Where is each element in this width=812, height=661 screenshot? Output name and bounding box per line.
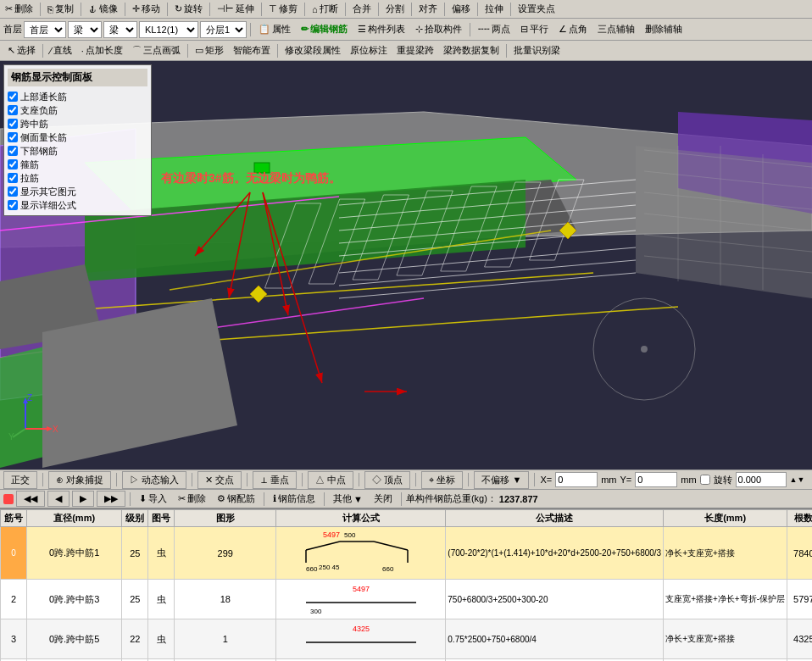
viewport[interactable]: 钢筋显示控制面板 上部通长筋 支座负筋 跨中筋 侧面量长筋 下部钢筋 箍筋 拉筋… xyxy=(0,61,812,469)
perp-icon: ⊥ xyxy=(260,475,268,485)
pick-component-btn[interactable]: ⊹ 拾取构件 xyxy=(411,21,466,37)
trim-btn[interactable]: ⊤ 修剪 xyxy=(265,2,301,16)
point-length-btn[interactable]: · 点加长度 xyxy=(77,42,127,58)
copy-btn[interactable]: ⎘ 复制 xyxy=(44,2,77,16)
rebar-table[interactable]: 筋号 直径(mm) 级别 图号 图形 计算公式 公式描述 长度(mm) 根数 搭… xyxy=(0,508,812,661)
rotate-btn[interactable]: ↻ 旋转 xyxy=(171,2,206,16)
check-detail-formula: 显示详细公式 xyxy=(8,198,147,212)
ortho-mode-btn[interactable]: 正交 xyxy=(3,471,37,489)
other-btn[interactable]: 其他 ▼ xyxy=(329,491,367,507)
edit-rebar-btn[interactable]: ✏ 编辑钢筋 xyxy=(297,21,352,37)
rect-btn[interactable]: ▭ 矩形 xyxy=(191,42,228,58)
sep-r2 xyxy=(250,23,251,36)
cell-shape: 5497 660 500 660 250 45 xyxy=(276,527,446,580)
pick-icon: ⊹ xyxy=(415,24,423,35)
modify-beam-btn[interactable]: 修改梁段属性 xyxy=(281,42,345,58)
x-label: X= xyxy=(540,475,552,485)
rotate-input[interactable] xyxy=(736,472,787,487)
sep6 xyxy=(261,3,262,16)
rotate-icon: ↻ xyxy=(175,3,182,14)
check-midspan: 跨中筋 xyxy=(8,117,147,131)
angle-btn[interactable]: ∠ 点角 xyxy=(554,21,592,37)
copy-span-data-btn[interactable]: 梁跨数据复制 xyxy=(439,42,503,58)
table-row[interactable]: 0 0跨.跨中筋1 25 虫 299 5497 xyxy=(1,527,813,580)
align-btn[interactable]: 对齐 xyxy=(415,2,441,16)
merge-btn[interactable]: 合并 xyxy=(349,2,375,16)
delete-btn[interactable]: ✂ 删除 xyxy=(2,2,36,16)
close-btn[interactable]: 关闭 xyxy=(370,491,397,507)
annotation-text: 有边梁时3#筋。无边梁时为鸭筋。 xyxy=(161,171,341,186)
stretch-btn[interactable]: 拉伸 xyxy=(481,2,507,16)
layer-select[interactable]: 首层 xyxy=(24,21,66,38)
sep9 xyxy=(378,3,379,16)
cell-id: 0 xyxy=(1,527,27,580)
check-support-neg: 支座负筋 xyxy=(8,103,147,117)
check-other-elements: 显示其它图元 xyxy=(8,185,147,198)
table-row[interactable]: 3 0跨.跨中筋5 22 虫 1 4325 0.75*2500+750+6800… xyxy=(1,619,813,659)
perpendicular-btn[interactable]: ⊥ 垂点 xyxy=(253,471,297,489)
vertex-icon: ◇ xyxy=(372,475,381,485)
dynamic-input-btn[interactable]: ▷ 动态输入 xyxy=(122,471,186,489)
status-bar: 正交 ⊕ 对象捕捉 ▷ 动态输入 ✕ 交点 ⊥ 垂点 △ 中点 ◇ 顶点 ⌖ 坐… xyxy=(0,469,812,490)
type-select[interactable]: 梁 xyxy=(68,21,102,38)
cell-length: 5797 xyxy=(787,580,812,619)
col-header-shape: 图形 xyxy=(175,510,276,527)
snap-btn[interactable]: ⊕ 对象捕捉 xyxy=(48,471,111,489)
no-offset-btn[interactable]: 不偏移 ▼ xyxy=(474,471,529,489)
subtype-select[interactable]: 梁 xyxy=(103,21,137,38)
import-btn[interactable]: ⬇ 导入 xyxy=(135,491,171,507)
cell-diameter: 25 xyxy=(122,580,148,619)
setpoint-btn[interactable]: 设置夹点 xyxy=(514,2,559,16)
break-btn[interactable]: ⌂ 打断 xyxy=(309,2,342,16)
select-btn[interactable]: ↖ 选择 xyxy=(3,42,40,58)
property-btn[interactable]: 📋 属性 xyxy=(254,21,295,37)
nav-next-btn[interactable]: ▶ xyxy=(72,491,94,507)
move-btn[interactable]: ✛ 移动 xyxy=(129,2,164,16)
sep-bc2 xyxy=(264,492,264,506)
y-input[interactable] xyxy=(635,472,677,487)
arc-btn[interactable]: ⌒ 三点画弧 xyxy=(128,42,185,58)
line-btn[interactable]: ⁄ 直线 xyxy=(46,42,76,58)
svg-text:4325: 4325 xyxy=(353,625,370,633)
offset-btn[interactable]: 偏移 xyxy=(448,2,474,16)
coord-btn[interactable]: ⌖ 坐标 xyxy=(421,471,463,489)
smart-layout-btn[interactable]: 智能布置 xyxy=(229,42,275,58)
intersection-btn[interactable]: ✕ 交点 xyxy=(197,471,242,489)
rotate-stepper-up[interactable]: ▲▼ xyxy=(790,475,805,484)
span-select[interactable]: 分层1 xyxy=(200,21,247,38)
y-label: Y= xyxy=(620,475,631,485)
mirror-btn[interactable]: ⫝̸ 镜像 xyxy=(85,2,121,16)
rebar-info-btn[interactable]: ℹ 钢筋信息 xyxy=(269,491,320,507)
parallel-btn[interactable]: ⊟ 平行 xyxy=(516,21,553,37)
batch-identify-btn[interactable]: 批量识别梁 xyxy=(509,42,565,58)
nav-prev-btn[interactable]: ◀ xyxy=(47,491,70,507)
split-btn[interactable]: 分割 xyxy=(382,2,408,16)
rotate-checkbox[interactable] xyxy=(700,475,710,485)
table-delete-btn[interactable]: ✂ 删除 xyxy=(174,491,210,507)
axis-indicator: Z X Y xyxy=(8,391,59,444)
three-point-axis-btn[interactable]: 三点辅轴 xyxy=(593,21,639,37)
bottom-control-bar: ◀◀ ◀ ▶ ▶▶ ⬇ 导入 ✂ 删除 ⚙ 钢配筋 ℹ 钢筋信息 其他 ▼ 关闭… xyxy=(0,490,812,508)
col-header-count: 根数 xyxy=(787,510,812,527)
nav-first-btn[interactable]: ◀◀ xyxy=(16,491,45,507)
table-row[interactable]: 2 0跨.跨中筋3 25 虫 18 5497 300 750+6800/3+25… xyxy=(1,580,813,619)
x-input[interactable] xyxy=(555,472,598,487)
component-list-btn[interactable]: ☰ 构件列表 xyxy=(353,21,409,37)
cell-shapeno: 1 xyxy=(175,619,276,659)
code-select[interactable]: KL12(1) xyxy=(139,21,198,38)
in-place-mark-btn[interactable]: 原位标注 xyxy=(346,42,392,58)
col-header-shapeno: 图号 xyxy=(148,510,175,527)
move-icon: ✛ xyxy=(132,3,140,14)
reextract-span-btn[interactable]: 重提梁跨 xyxy=(392,42,438,58)
two-point-btn[interactable]: ╌╌ 两点 xyxy=(474,21,514,37)
point-length-icon: · xyxy=(81,46,84,56)
delete-axis-btn[interactable]: 删除辅轴 xyxy=(641,21,687,37)
svg-text:5497: 5497 xyxy=(323,530,340,539)
midpoint-btn[interactable]: △ 中点 xyxy=(308,471,353,489)
cell-formula: 750+6800/3+2500+300-20 xyxy=(446,580,664,619)
rebar-config-btn[interactable]: ⚙ 钢配筋 xyxy=(213,491,259,507)
nav-last-btn[interactable]: ▶▶ xyxy=(97,491,125,507)
vertex-btn[interactable]: ◇ 顶点 xyxy=(364,471,410,489)
extend-btn[interactable]: ⊣⊢ 延伸 xyxy=(214,2,258,16)
cell-id: 3 xyxy=(1,619,27,659)
